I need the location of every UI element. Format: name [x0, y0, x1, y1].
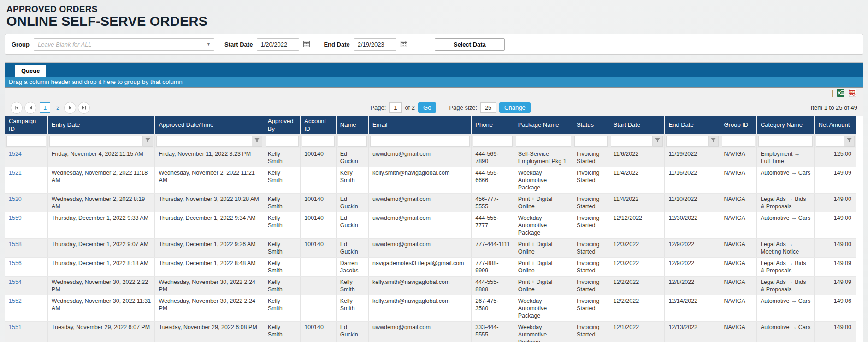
cell-category_name: Legal Ads → Bids & Proposals	[756, 193, 815, 212]
cell-net_amount: 149.00	[815, 321, 856, 342]
next-page-button[interactable]	[64, 102, 76, 114]
filter-funnel-button-start_date[interactable]	[653, 136, 663, 147]
cell-net_amount: 149.09	[815, 167, 856, 193]
cell-package_name: Print + Digital Online	[514, 276, 573, 295]
column-header-approved_datetime[interactable]: Approved Date/Time	[155, 116, 264, 134]
column-header-entry_date[interactable]: Entry Date	[47, 116, 155, 134]
change-page-size-button[interactable]: Change	[499, 102, 531, 113]
cell-approved_datetime: Wednesday, November 30, 2022 2:24 PM	[155, 295, 264, 321]
cell-campaign_id: 1524	[5, 148, 47, 167]
page-number-input[interactable]	[389, 102, 402, 113]
column-header-category_name[interactable]: Category Name	[756, 116, 815, 134]
tab-queue[interactable]: Queue	[15, 65, 46, 77]
page-title: ONLINE SELF-SERVE ORDERS	[6, 14, 868, 29]
chevron-down-icon[interactable]: ▼	[203, 39, 214, 50]
cell-approved_by: Kelly Smith	[264, 167, 300, 193]
filter-funnel-button-entry_date[interactable]	[143, 136, 153, 147]
column-header-email[interactable]: Email	[368, 116, 471, 134]
filter-funnel-button-net_amount[interactable]	[844, 136, 855, 147]
filter-cell-entry_date	[47, 134, 155, 148]
cell-end_date: 12/30/2022	[665, 212, 720, 238]
cell-email: uwwdemo@gmail.com	[368, 212, 471, 238]
column-header-end_date[interactable]: End Date	[665, 116, 720, 134]
campaign-id-link[interactable]: 1521	[9, 170, 22, 176]
column-header-phone[interactable]: Phone	[472, 116, 514, 134]
filter-funnel-button-end_date[interactable]	[709, 136, 719, 147]
column-header-package_name[interactable]: Package Name	[514, 116, 573, 134]
cell-entry_date: Thursday, December 1, 2022 9:33 AM	[47, 212, 155, 238]
cell-end_date: 11/10/2022	[665, 193, 720, 212]
cell-approved_datetime: Thursday, December 1, 2022 9:34 AM	[155, 212, 264, 238]
column-header-campaign_id[interactable]: Campaign ID	[5, 116, 47, 134]
cell-status: Invoicing Started	[573, 148, 609, 167]
start-date-calendar-button[interactable]	[301, 38, 313, 50]
export-pdf-button[interactable]: PDF	[849, 89, 856, 98]
group-combobox[interactable]: ▼	[34, 38, 214, 51]
cell-approved_by: Kelly Smith	[264, 295, 300, 321]
funnel-icon	[847, 137, 852, 144]
filter-input-status[interactable]	[574, 136, 608, 147]
cell-start_date: 12/12/2022	[609, 212, 665, 238]
cell-email: kelly.smith@navigaglobal.com	[368, 276, 471, 295]
select-data-button[interactable]: Select Data	[435, 38, 505, 51]
campaign-id-link[interactable]: 1556	[9, 260, 22, 266]
last-page-button[interactable]	[78, 102, 90, 114]
cell-phone: 444-555-6666	[472, 167, 514, 193]
go-button[interactable]: Go	[418, 102, 436, 113]
filter-input-email[interactable]	[370, 136, 470, 147]
filter-input-approved_datetime[interactable]	[156, 136, 252, 147]
cell-approved_by: Kelly Smith	[264, 212, 300, 238]
column-header-account_id[interactable]: Account ID	[301, 116, 337, 134]
filter-input-account_id[interactable]	[302, 136, 335, 147]
end-date-input[interactable]	[354, 38, 396, 51]
column-header-status[interactable]: Status	[573, 116, 609, 134]
group-input[interactable]	[34, 39, 203, 50]
cell-campaign_id: 1551	[5, 321, 47, 342]
page-2-link[interactable]: 2	[56, 104, 59, 111]
end-date-calendar-button[interactable]	[398, 38, 410, 50]
table-row: 1520Wednesday, November 2, 2022 8:19 AMT…	[5, 193, 856, 212]
filter-input-group_id[interactable]	[722, 136, 755, 147]
filter-input-category_name[interactable]	[758, 136, 813, 147]
cell-entry_date: Friday, November 4, 2022 11:15 AM	[47, 148, 155, 167]
campaign-id-link[interactable]: 1551	[9, 324, 22, 330]
cell-approved_by: Kelly Smith	[264, 148, 300, 167]
filter-input-phone[interactable]	[473, 136, 512, 147]
column-header-start_date[interactable]: Start Date	[609, 116, 665, 134]
filter-input-package_name[interactable]	[516, 136, 571, 147]
campaign-id-link[interactable]: 1559	[9, 215, 22, 221]
column-header-name[interactable]: Name	[336, 116, 368, 134]
cell-category_name: Automotive → Cars	[756, 212, 815, 238]
first-page-button[interactable]	[11, 102, 23, 114]
cell-group_id: NAVIGA	[720, 257, 756, 276]
campaign-id-link[interactable]: 1552	[9, 298, 22, 304]
filter-input-end_date[interactable]	[666, 136, 708, 147]
filter-input-entry_date[interactable]	[49, 136, 143, 147]
filter-input-net_amount[interactable]	[816, 136, 844, 147]
previous-page-button[interactable]	[24, 102, 36, 114]
campaign-id-link[interactable]: 1554	[9, 279, 22, 285]
export-excel-button[interactable]: X	[837, 89, 844, 98]
filter-input-approved_by[interactable]	[266, 136, 299, 147]
column-header-net_amount[interactable]: Net Amount	[815, 116, 856, 134]
page-size-input[interactable]	[480, 102, 496, 113]
cell-approved_datetime: Thursday, December 1, 2022 9:26 AM	[155, 238, 264, 257]
filter-input-campaign_id[interactable]	[6, 136, 46, 147]
filter-input-name[interactable]	[338, 136, 367, 147]
filter-funnel-button-approved_datetime[interactable]	[252, 136, 262, 147]
cell-category_name: Employment → Full Time	[756, 148, 815, 167]
start-date-input[interactable]	[257, 38, 299, 51]
cell-group_id: NAVIGA	[720, 193, 756, 212]
pager-buttons: 1 2	[11, 102, 90, 114]
cell-approved_datetime: Thursday, November 3, 2022 10:28 AM	[155, 193, 264, 212]
filter-input-start_date[interactable]	[611, 136, 653, 147]
filter-cell-start_date	[609, 134, 665, 148]
campaign-id-link[interactable]: 1524	[9, 151, 22, 157]
column-header-approved_by[interactable]: Approved By	[264, 116, 300, 134]
column-header-group_id[interactable]: Group ID	[720, 116, 756, 134]
campaign-id-link[interactable]: 1558	[9, 241, 22, 248]
group-by-drop-zone[interactable]: Drag a column header and drop it here to…	[5, 77, 863, 88]
group-label: Group	[12, 41, 30, 48]
campaign-id-link[interactable]: 1520	[9, 196, 22, 202]
funnel-icon	[655, 137, 660, 144]
